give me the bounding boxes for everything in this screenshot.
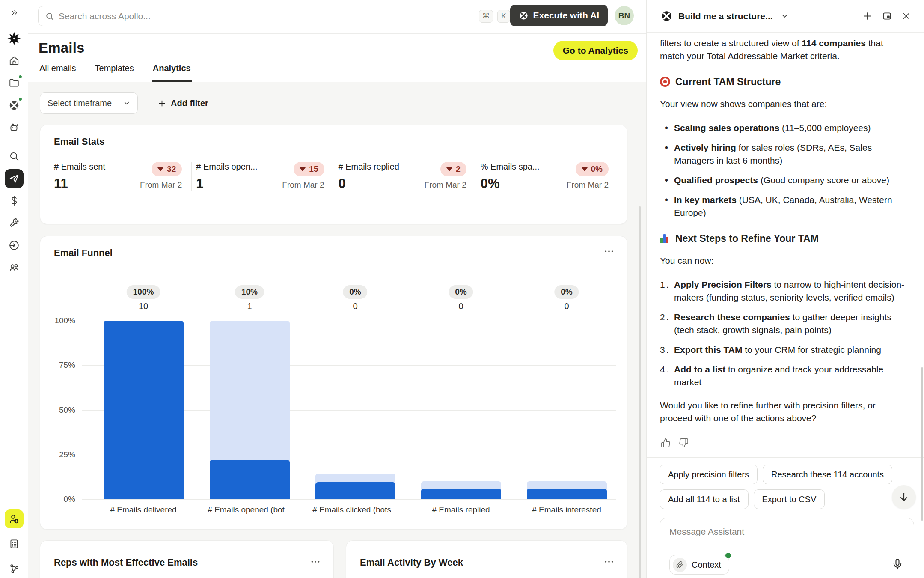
message-composer[interactable]: Message Assistant Context [660,518,914,578]
sidebar-item-folders[interactable] [5,74,24,92]
triangle-down-icon [157,167,163,171]
expand-sidebar-icon[interactable] [5,3,24,22]
triangle-down-icon [582,167,588,171]
email-stats-title: Email Stats [54,136,105,147]
stat-label: # Emails sent [54,162,105,172]
stat-period: From Mar 2 [140,180,182,190]
funnel-percent-label: 10% [235,285,264,299]
stat-delta-badge: 15 [294,162,324,176]
new-conversation-button[interactable] [860,9,874,23]
thumbs-down-button[interactable] [678,437,689,449]
execute-with-ai-button[interactable]: Execute with AI [510,5,608,26]
email-stats-card: Email Stats # Emails sent 11 32 From Mar… [40,125,627,224]
funnel-bar-unique [315,482,395,499]
action-button-apply-precision-filters[interactable]: Apply precision filters [660,465,758,484]
thumbs-up-button[interactable] [660,437,671,449]
next-steps-heading: Next Steps to Refine Your TAM [660,232,906,245]
stat-period: From Mar 2 [567,180,609,190]
tam-bullet-list: Scaling sales operations (11–5,000 emplo… [660,122,906,219]
assistant-message-input[interactable]: Message Assistant [669,527,904,537]
funnel-percent-label: 0% [449,285,473,299]
sidebar-item-ai-agents[interactable] [5,118,24,137]
microphone-icon[interactable] [891,558,903,570]
top-bar: ⌘ K Execute with AI BN [28,0,646,34]
closing-question: Would you like to refine further with pr… [660,399,906,425]
feedback-row [647,432,924,449]
sidebar-item-search[interactable] [5,147,24,166]
stat-value: 1 [196,176,257,191]
stat-label: # Emails replied [339,162,399,172]
stat-delta-badge: 32 [152,162,182,176]
sidebar-item-engage[interactable] [5,169,24,188]
main-scrollbar[interactable] [639,206,641,578]
person-add-icon [9,513,20,524]
y-axis-tick: 50% [48,405,75,415]
y-axis-tick: 0% [48,495,75,504]
next-step-item: Apply Precision Filters to narrow to hig… [674,278,906,304]
tab-all-emails[interactable]: All emails [39,63,77,82]
x-axis-label: # Emails clicked (bots... [312,505,398,515]
user-avatar[interactable]: BN [615,6,634,25]
scroll-to-bottom-button[interactable] [892,485,916,509]
next-steps-list: Apply Precision Filters to narrow to hig… [660,278,906,389]
funnel-percent-label: 100% [127,285,160,299]
next-steps-subtext: You can now: [660,254,906,267]
conversation-title[interactable]: Build me a structure... [678,11,773,21]
sidebar-item-home[interactable] [5,51,24,70]
reps-card-title: Reps with Most Effective Emails [54,557,198,568]
x-axis-label: # Emails opened (bot... [208,505,291,515]
apollo-logo-icon [7,31,21,46]
funnel-bar-unique [421,489,501,499]
sidebar-item-invite[interactable] [5,509,24,528]
sidebar-item-workflows[interactable] [5,559,24,578]
search-input[interactable] [59,11,475,21]
sidebar-item-people[interactable] [5,258,24,277]
close-panel-icon[interactable] [900,9,913,23]
y-axis-tick: 75% [48,361,75,370]
tam-bullet: Qualified prospects (Good company score … [674,174,906,187]
activity-menu-button[interactable] [601,555,617,568]
email-funnel-card: Email Funnel 100%75%50%25%0%100%10# Emai… [40,236,627,530]
apollo-logo[interactable] [5,29,24,48]
conversation-dropdown-chevron-icon[interactable] [779,10,790,22]
page-header: Emails Go to Analytics All emailsTemplat… [28,34,646,82]
x-axis-label: # Emails replied [432,505,490,515]
email-activity-card: Email Activity By Week 60 100% [346,540,627,578]
add-filter-button[interactable]: Add filter [157,98,208,108]
panel-scrollbar[interactable] [921,367,923,521]
tab-analytics[interactable]: Analytics [152,63,192,82]
action-button-research-these-114-accounts[interactable]: Research these 114 accounts [763,465,892,484]
reps-effective-emails-card: Reps with Most Effective Emails [40,540,334,578]
home-icon [9,55,20,66]
reps-menu-button[interactable] [308,555,323,568]
action-button-add-all-114-to-a-list[interactable]: Add all 114 to a list [660,489,749,509]
global-search[interactable]: ⌘ K [38,6,516,26]
action-button-export-to-csv[interactable]: Export to CSV [754,489,825,509]
tam-bullet: Actively hiring for sales roles (SDRs, A… [674,141,906,167]
triangle-down-icon [300,167,306,171]
tab-templates[interactable]: Templates [94,63,135,82]
sidebar-item-deals[interactable] [5,191,24,210]
left-sidebar [0,0,28,578]
y-axis-tick: 100% [48,316,75,325]
sidebar-divider [5,143,23,143]
dock-panel-icon[interactable] [880,9,894,23]
tab-bar: All emailsTemplatesAnalytics [39,63,192,82]
main-area: Emails Go to Analytics All emailsTemplat… [28,34,646,578]
notification-dot [18,74,23,79]
context-button[interactable]: Context [669,555,729,575]
stat-value: 11 [54,176,105,191]
go-to-analytics-button[interactable]: Go to Analytics [553,41,638,60]
assistant-header: Build me a structure... [647,0,924,33]
sidebar-item-tasks[interactable] [5,534,24,553]
sidebar-item-enrich[interactable] [5,236,24,255]
ai-orb-icon [661,10,672,22]
timeframe-select[interactable]: Select timeframe [40,92,138,114]
tam-subtext: Your view now shows companies that are: [660,98,906,110]
sidebar-item-tools[interactable] [5,214,24,232]
sidebar-item-explore[interactable] [5,96,24,115]
stat-metric: % Emails spa... 0% 0% From Mar 2 [476,162,618,191]
page-title: Emails [39,40,85,56]
notification-dot [18,97,23,101]
analytics-content: Select timeframe Add filter Email Stats … [28,82,646,578]
